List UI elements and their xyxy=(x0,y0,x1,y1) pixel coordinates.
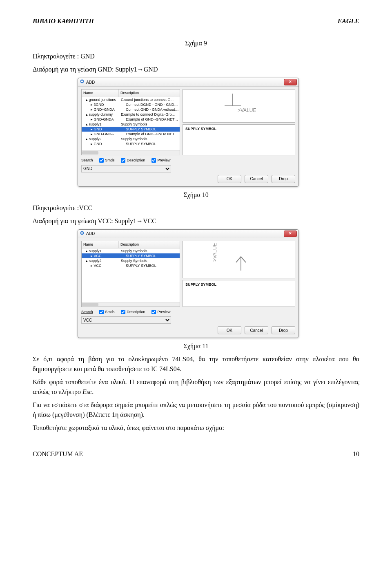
page-header: ΒΙΒΛΙΟ ΚΑΘΗΓΗΤΗ EAGLE xyxy=(33,16,359,26)
tree-row[interactable]: ▸ GND+GNDAConnect GND - GNDA without ... xyxy=(82,107,180,112)
preview-label: SUPPLY SYMBOL xyxy=(185,126,216,132)
close-icon: ✕ xyxy=(289,79,292,85)
text-type-gnd: Πληκτρολογείτε : GND xyxy=(33,51,359,61)
col-name: Name xyxy=(82,90,119,97)
col-name: Name xyxy=(82,241,119,248)
search-combo[interactable]: VCC xyxy=(81,316,171,324)
cancel-button[interactable]: Cancel xyxy=(245,175,268,183)
text-path-vcc: Διαδρομή για τη γείωση VCC: Supply1→VCC xyxy=(33,216,359,226)
tree-row[interactable]: ▴ supply2Supply Symbols xyxy=(82,258,180,263)
gnd-symbol-icon: >VALUE xyxy=(216,90,261,122)
tree-row[interactable]: ▸ VCCSUPPLY SYMBOL xyxy=(82,263,180,268)
close-button[interactable]: ✕ xyxy=(284,79,297,85)
vcc-symbol-icon: >VALUE xyxy=(212,241,265,278)
ok-button[interactable]: OK xyxy=(218,175,241,183)
close-button[interactable]: ✕ xyxy=(284,231,297,237)
tree-row[interactable]: ▸ VCCSUPPLY SYMBOL xyxy=(82,253,180,258)
tree-row[interactable]: ▸ 3GNDConnect DGND - GND - GNDA ... xyxy=(82,102,180,107)
tree-row[interactable]: ▸ GNDSUPPLY SYMBOL xyxy=(82,141,180,146)
preview-symbol: >VALUE xyxy=(183,241,295,278)
titlebar: ADD ✕ xyxy=(78,230,298,238)
chk-smds[interactable]: Smds xyxy=(99,158,115,163)
footer-page-number: 10 xyxy=(353,449,359,459)
chk-description[interactable]: Description xyxy=(120,158,145,163)
search-combo[interactable]: GND xyxy=(81,165,171,172)
tree-row[interactable]: ▸ GND-GNDAExample of GND--GNDA NET-C... xyxy=(82,132,180,137)
caption-11: Σχήμα 11 xyxy=(33,341,359,351)
chk-smds[interactable]: Smds xyxy=(99,309,115,315)
dialog-title: ADD xyxy=(80,79,95,85)
header-left: ΒΙΒΛΙΟ ΚΑΘΗΓΗΤΗ xyxy=(33,16,94,26)
drop-button[interactable]: Drop xyxy=(272,175,295,183)
drop-button[interactable]: Drop xyxy=(272,326,295,334)
paragraph-4: Τοποθετήστε χωροταξικά τα υλικά, όπως φα… xyxy=(33,423,359,433)
caption-9: Σχήμα 9 xyxy=(33,38,359,48)
preview-value-text: >VALUE xyxy=(212,243,218,261)
tree-header: Name Description xyxy=(82,90,180,97)
dialog-title: ADD xyxy=(80,231,95,237)
page-footer: CONCEPTUM AE 10 xyxy=(33,449,359,459)
preview-value-text: >VALUE xyxy=(238,107,256,113)
tree-row[interactable]: ▸ GNDSUPPLY SYMBOL xyxy=(82,127,180,132)
caption-10: Σχήμα 10 xyxy=(33,190,359,200)
preview-label: SUPPLY SYMBOL xyxy=(185,282,216,288)
tree-pane[interactable]: Name Description ▴ ground-junctionsGroun… xyxy=(81,89,180,155)
tree-row[interactable]: ▴ supply-dummyExample to connect Digital… xyxy=(82,112,180,117)
preview-symbol: >VALUE xyxy=(183,89,295,123)
cancel-button[interactable]: Cancel xyxy=(245,326,268,334)
col-desc: Description xyxy=(119,241,180,248)
preview-description: SUPPLY SYMBOL xyxy=(183,280,295,307)
search-label: Search xyxy=(81,309,93,315)
chk-description[interactable]: Description xyxy=(120,309,145,315)
dialog-title-text: ADD xyxy=(86,231,95,237)
horizontal-scrollbar[interactable] xyxy=(82,150,180,155)
header-right: EAGLE xyxy=(338,16,359,26)
footer-left: CONCEPTUM AE xyxy=(33,449,83,459)
titlebar: ADD ✕ xyxy=(78,78,298,87)
paragraph-1: Σε ό,τι αφορά τη βάση για το ολοκληρωμέν… xyxy=(33,354,359,374)
col-desc: Description xyxy=(119,90,180,97)
add-dialog-vcc: ADD ✕ Name Description ▴ supply1Supply S… xyxy=(78,229,299,338)
chk-preview[interactable]: Preview xyxy=(151,158,171,163)
tree-row[interactable]: ▸ GND-GNDAExample of GND--GNDA NET-C... xyxy=(82,117,180,122)
search-label: Search xyxy=(81,158,93,163)
paragraph-3: Για να εστιάσετε στα διάφορα σημεία μπορ… xyxy=(33,400,359,420)
tree-row[interactable]: ▴ supply1Supply Symbols xyxy=(82,122,180,127)
dialog-title-text: ADD xyxy=(86,79,95,85)
svg-rect-1 xyxy=(81,81,83,82)
tree-row[interactable]: ▴ supply1Supply Symbols xyxy=(82,248,180,253)
tree-row[interactable]: ▴ supply2Supply Symbols xyxy=(82,137,180,141)
add-dialog-gnd: ADD ✕ Name Description ▴ ground-junction… xyxy=(78,78,299,187)
close-icon: ✕ xyxy=(289,231,292,237)
preview-description: SUPPLY SYMBOL xyxy=(183,124,295,155)
tree-row[interactable]: ▴ ground-junctionsGround junctions to co… xyxy=(82,97,180,102)
ok-button[interactable]: OK xyxy=(218,326,241,334)
app-icon xyxy=(80,79,85,85)
tree-pane[interactable]: Name Description ▴ supply1Supply Symbols… xyxy=(81,241,180,307)
horizontal-scrollbar[interactable] xyxy=(82,302,180,307)
svg-rect-5 xyxy=(81,232,83,233)
chk-preview[interactable]: Preview xyxy=(151,309,171,315)
app-icon xyxy=(80,231,85,237)
paragraph-2: Κάθε φορά τοποθετείτε ένα υλικό. Η επανα… xyxy=(33,377,359,397)
text-path-gnd: Διαδρομή για τη γείωση GND: Supply1→GND xyxy=(33,65,359,74)
text-type-vcc: Πληκτρολογείτε :VCC xyxy=(33,203,359,213)
tree-header: Name Description xyxy=(82,241,180,249)
